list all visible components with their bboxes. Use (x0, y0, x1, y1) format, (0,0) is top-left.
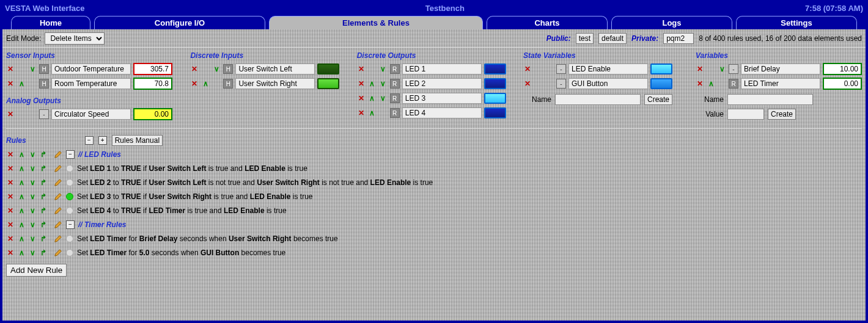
form-name-input[interactable] (727, 94, 813, 105)
private-input[interactable] (663, 33, 694, 44)
state-swatch[interactable] (317, 64, 339, 74)
goto-icon[interactable]: ↱ (39, 192, 48, 201)
move-up-icon[interactable] (17, 164, 26, 173)
move-down-icon[interactable] (28, 164, 37, 173)
delete-icon[interactable]: ✕ (357, 65, 366, 73)
move-down-icon[interactable] (28, 150, 37, 159)
goto-icon[interactable]: ↱ (39, 178, 48, 187)
public-test-button[interactable]: test (576, 33, 594, 44)
element-name[interactable]: Outdoor Temperature (51, 64, 131, 74)
edit-icon[interactable] (54, 178, 62, 187)
delete-icon[interactable]: ✕ (6, 220, 15, 229)
delete-icon[interactable]: ✕ (6, 206, 15, 215)
move-down-icon[interactable] (28, 178, 37, 187)
rule-text[interactable]: Set LED 1 to TRUE if User Switch Left is… (77, 164, 307, 173)
delete-icon[interactable]: ✕ (696, 79, 704, 88)
tab-settings[interactable]: Settings (736, 16, 857, 29)
goto-icon[interactable]: ↱ (39, 150, 48, 159)
delete-icon[interactable]: ✕ (523, 79, 532, 88)
edit-icon[interactable] (54, 192, 62, 201)
state-swatch[interactable] (317, 78, 339, 89)
rules-manual-button[interactable]: Rules Manual (112, 135, 163, 146)
form-name-input[interactable] (555, 94, 641, 105)
move-down-icon[interactable] (379, 65, 388, 73)
delete-icon[interactable]: ✕ (6, 79, 15, 88)
element-name[interactable]: LED 1 (402, 64, 482, 74)
delete-icon[interactable]: ✕ (6, 110, 15, 118)
element-name[interactable]: GUI Button (568, 78, 648, 89)
edit-mode-select[interactable]: Delete Items (45, 32, 105, 45)
delete-icon[interactable]: ✕ (357, 109, 366, 117)
delete-icon[interactable]: ✕ (190, 65, 199, 73)
state-swatch[interactable] (484, 64, 506, 74)
move-down-icon[interactable] (28, 249, 37, 257)
move-down-icon[interactable] (718, 65, 726, 73)
goto-icon[interactable]: ↱ (39, 249, 48, 257)
move-up-icon[interactable] (368, 94, 377, 103)
element-name[interactable]: LED 3 (402, 93, 482, 104)
state-swatch[interactable] (484, 93, 506, 104)
delete-icon[interactable]: ✕ (6, 192, 15, 201)
move-up-icon[interactable] (17, 79, 26, 88)
delete-icon[interactable]: ✕ (6, 234, 15, 243)
move-up-icon[interactable] (17, 150, 26, 159)
delete-icon[interactable]: ✕ (6, 178, 15, 187)
element-name[interactable]: LED 2 (402, 78, 482, 89)
edit-icon[interactable] (54, 206, 62, 215)
element-value[interactable]: 0.00 (823, 78, 862, 90)
element-name[interactable]: User Switch Right (235, 78, 315, 89)
move-up-icon[interactable] (201, 79, 210, 88)
rule-text[interactable]: Set LED 2 to TRUE if User Switch Left is… (77, 178, 433, 187)
move-up-icon[interactable] (707, 79, 715, 88)
move-up-icon[interactable] (17, 192, 26, 201)
edit-icon[interactable] (54, 249, 62, 257)
delete-icon[interactable]: ✕ (6, 164, 15, 173)
goto-icon[interactable]: ↱ (39, 164, 48, 173)
element-name[interactable]: Circulator Speed (51, 109, 131, 120)
rule-text[interactable]: Set LED Timer for Brief Delay seconds wh… (77, 234, 338, 243)
tab-configure-io[interactable]: Configure I/O (94, 16, 265, 29)
delete-icon[interactable]: ✕ (6, 65, 15, 73)
move-up-icon[interactable] (17, 178, 26, 187)
element-name[interactable]: LED Enable (568, 64, 648, 74)
state-swatch[interactable] (650, 78, 672, 89)
state-swatch[interactable] (650, 64, 672, 74)
delete-icon[interactable]: ✕ (6, 249, 15, 257)
state-swatch[interactable] (484, 78, 506, 89)
move-down-icon[interactable] (28, 234, 37, 243)
move-up-icon[interactable] (368, 109, 377, 117)
delete-icon[interactable]: ✕ (523, 65, 532, 73)
move-down-icon[interactable] (28, 206, 37, 215)
add-new-rule-button[interactable]: Add New Rule (6, 264, 67, 277)
edit-icon[interactable] (54, 220, 62, 229)
public-default-button[interactable]: default (598, 33, 627, 44)
tab-logs[interactable]: Logs (611, 16, 732, 29)
delete-icon[interactable]: ✕ (6, 150, 15, 159)
goto-icon[interactable]: ↱ (39, 206, 48, 215)
move-down-icon[interactable] (28, 192, 37, 201)
element-name[interactable]: LED Timer (741, 78, 820, 89)
move-down-icon[interactable] (379, 94, 388, 103)
move-down-icon[interactable] (28, 220, 37, 229)
move-up-icon[interactable] (17, 220, 26, 229)
element-value[interactable]: 10.00 (823, 63, 862, 75)
move-up-icon[interactable] (17, 249, 26, 257)
element-name[interactable]: User Switch Left (235, 64, 315, 74)
tab-elements-rules[interactable]: Elements & Rules (269, 16, 483, 29)
create-button[interactable]: Create (768, 109, 796, 120)
element-name[interactable]: Room Temperature (51, 78, 131, 89)
move-down-icon[interactable] (212, 65, 221, 73)
goto-icon[interactable]: ↱ (39, 220, 48, 229)
rule-text[interactable]: Set LED Timer for 5.0 seconds when GUI B… (77, 249, 285, 257)
delete-icon[interactable]: ✕ (696, 65, 704, 73)
form-value-input[interactable] (727, 109, 764, 120)
tab-home[interactable]: Home (11, 16, 90, 29)
delete-icon[interactable]: ✕ (357, 94, 366, 103)
element-value[interactable]: 70.8 (133, 78, 172, 90)
move-up-icon[interactable] (17, 206, 26, 215)
move-down-icon[interactable] (28, 65, 37, 73)
delete-icon[interactable]: ✕ (190, 79, 199, 88)
edit-icon[interactable] (54, 234, 62, 243)
element-name[interactable]: LED 4 (402, 107, 482, 118)
collapse-icon[interactable]: − (66, 220, 75, 229)
